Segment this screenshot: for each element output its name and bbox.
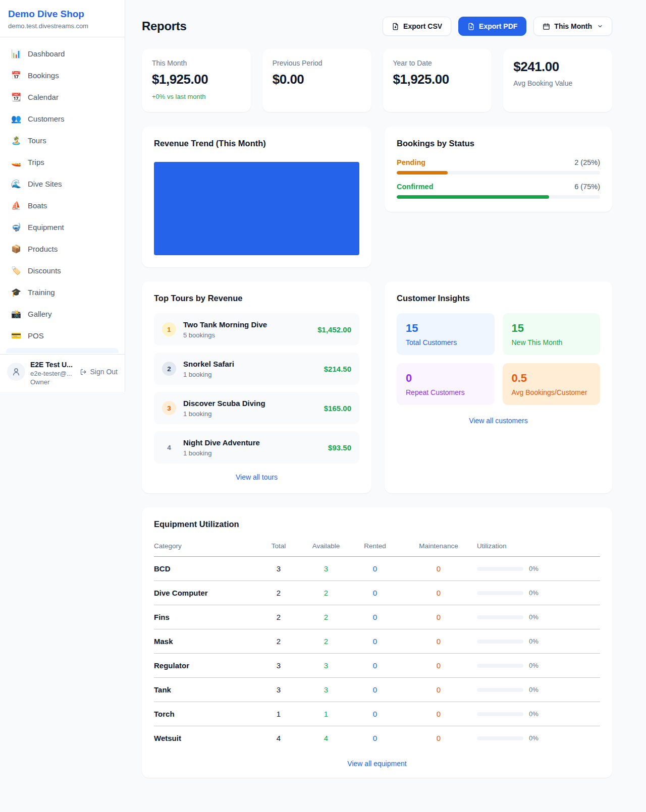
discounts-icon: 🏷️	[11, 266, 21, 275]
top-tours-title: Top Tours by Revenue	[154, 294, 359, 303]
view-all-equipment-link[interactable]: View all equipment	[154, 760, 600, 768]
export-pdf-label: Export PDF	[479, 22, 517, 30]
progress-track	[397, 195, 600, 199]
cell-total: 3	[255, 564, 302, 573]
sidebar-item-label: Tours	[28, 136, 46, 145]
user-name: E2E Test U...	[30, 361, 73, 369]
cell-available: 3	[302, 661, 350, 670]
sidebar-item-calendar[interactable]: 📆Calendar	[6, 87, 119, 107]
rank-badge: 2	[162, 362, 176, 376]
stat-card-this-month: This Month $1,925.00 +0% vs last month	[142, 49, 251, 112]
tour-row: 3 Discover Scuba Diving 1 booking $165.0…	[154, 392, 359, 424]
header-actions: Export CSV Export PDF This Month	[383, 17, 612, 36]
sidebar-item-dive-sites[interactable]: 🌊Dive Sites	[6, 173, 119, 194]
table-row: Dive Computer 2 2 0 0 0%	[154, 581, 600, 605]
cell-rented: 0	[350, 734, 400, 742]
file-icon	[392, 23, 399, 30]
shop-name: Demo Dive Shop	[8, 9, 117, 20]
view-all-customers-link[interactable]: View all customers	[397, 417, 600, 425]
sidebar-item-active-partial[interactable]	[6, 348, 119, 353]
cell-available: 3	[302, 564, 350, 573]
stat-label: Year to Date	[393, 59, 482, 67]
sidebar: Demo Dive Shop demo.test.divestreams.com…	[0, 0, 125, 392]
sidebar-item-customers[interactable]: 👥Customers	[6, 108, 119, 129]
sign-out-button[interactable]: Sign Out	[80, 368, 118, 376]
rank-badge: 4	[162, 440, 176, 454]
stat-value: $241.00	[513, 59, 602, 75]
cell-utilization: 0%	[477, 686, 600, 693]
sidebar-item-label: Equipment	[28, 223, 64, 231]
cell-maintenance: 0	[400, 685, 477, 694]
table-row: Regulator 3 3 0 0 0%	[154, 654, 600, 678]
cell-utilization: 0%	[477, 613, 600, 621]
cell-available: 4	[302, 734, 350, 742]
stat-label: Previous Period	[273, 59, 361, 67]
sidebar-item-boats[interactable]: ⛵Boats	[6, 195, 119, 215]
cell-category: Torch	[154, 710, 255, 718]
stat-label: This Month	[152, 59, 241, 67]
customer-insights-card: Customer Insights 15 Total Customers 15 …	[385, 281, 612, 493]
equipment-utilization-card: Equipment Utilization Category Total Ava…	[142, 507, 612, 778]
sidebar-item-label: Bookings	[28, 71, 59, 80]
customers-icon: 👥	[11, 114, 21, 124]
cell-maintenance: 0	[400, 613, 477, 621]
period-select[interactable]: This Month	[533, 17, 612, 36]
sidebar-item-label: Dashboard	[28, 49, 65, 58]
progress-fill	[397, 195, 549, 199]
shop-domain: demo.test.divestreams.com	[8, 22, 117, 30]
bookings-icon: 📅	[11, 71, 21, 80]
sidebar-item-products[interactable]: 📦Products	[6, 239, 119, 259]
cell-utilization: 0%	[477, 662, 600, 669]
cell-rented: 0	[350, 685, 400, 694]
sidebar-item-gallery[interactable]: 📸Gallery	[6, 304, 119, 324]
tile-value: 0	[406, 372, 486, 385]
user-icon	[12, 367, 21, 376]
status-label: Confirmed	[397, 183, 434, 191]
export-csv-button[interactable]: Export CSV	[383, 17, 451, 36]
sidebar-item-label: Trips	[28, 158, 44, 166]
export-pdf-button[interactable]: Export PDF	[458, 17, 526, 36]
sidebar-item-training[interactable]: 🎓Training	[6, 282, 119, 302]
cell-category: Regulator	[154, 661, 255, 670]
cell-category: Wetsuit	[154, 734, 255, 742]
user-role: Owner	[30, 378, 73, 386]
training-icon: 🎓	[11, 287, 21, 297]
col-utilization: Utilization	[477, 542, 600, 550]
progress-fill	[397, 171, 448, 175]
sidebar-item-label: Customers	[28, 114, 65, 123]
main-content: Reports Export CSV Export PDF This Month…	[125, 0, 646, 802]
status-count: 6 (75%)	[574, 183, 600, 191]
sidebar-item-discounts[interactable]: 🏷️Discounts	[6, 260, 119, 280]
tour-row: 1 Two Tank Morning Dive 5 bookings $1,45…	[154, 313, 359, 345]
col-total: Total	[255, 542, 302, 550]
sidebar-item-bookings[interactable]: 📅Bookings	[6, 65, 119, 85]
sidebar-item-equipment[interactable]: 🤿Equipment	[6, 217, 119, 237]
tour-amount: $93.50	[328, 443, 351, 452]
utilization-track	[477, 712, 523, 716]
file-icon	[467, 23, 475, 30]
utilization-track	[477, 640, 523, 644]
page-header: Reports Export CSV Export PDF This Month	[142, 17, 612, 36]
table-row: Fins 2 2 0 0 0%	[154, 605, 600, 629]
cell-utilization: 0%	[477, 589, 600, 597]
sidebar-item-trips[interactable]: 🚤Trips	[6, 152, 119, 172]
cell-category: Tank	[154, 685, 255, 694]
customer-insights-title: Customer Insights	[397, 294, 600, 303]
cell-total: 3	[255, 661, 302, 670]
sign-out-label: Sign Out	[90, 368, 118, 376]
view-all-tours-link[interactable]: View all tours	[154, 473, 359, 481]
utilization-percent: 0%	[529, 565, 539, 572]
cell-maintenance: 0	[400, 661, 477, 670]
sidebar-item-tours[interactable]: 🏝️Tours	[6, 130, 119, 150]
tour-amount: $1,452.00	[317, 325, 351, 334]
table-row: Wetsuit 4 4 0 0 0%	[154, 726, 600, 750]
utilization-track	[477, 615, 523, 619]
sign-out-icon	[80, 368, 87, 376]
utilization-percent: 0%	[529, 734, 539, 742]
sidebar-item-dashboard[interactable]: 📊Dashboard	[6, 43, 119, 64]
bookings-by-status-card: Bookings by Status Pending 2 (25%) Confi…	[385, 127, 612, 212]
tour-name: Two Tank Morning Dive	[183, 320, 267, 329]
tours-icon: 🏝️	[11, 136, 21, 145]
sidebar-item-pos[interactable]: 💳POS	[6, 325, 119, 345]
col-rented: Rented	[350, 542, 400, 550]
